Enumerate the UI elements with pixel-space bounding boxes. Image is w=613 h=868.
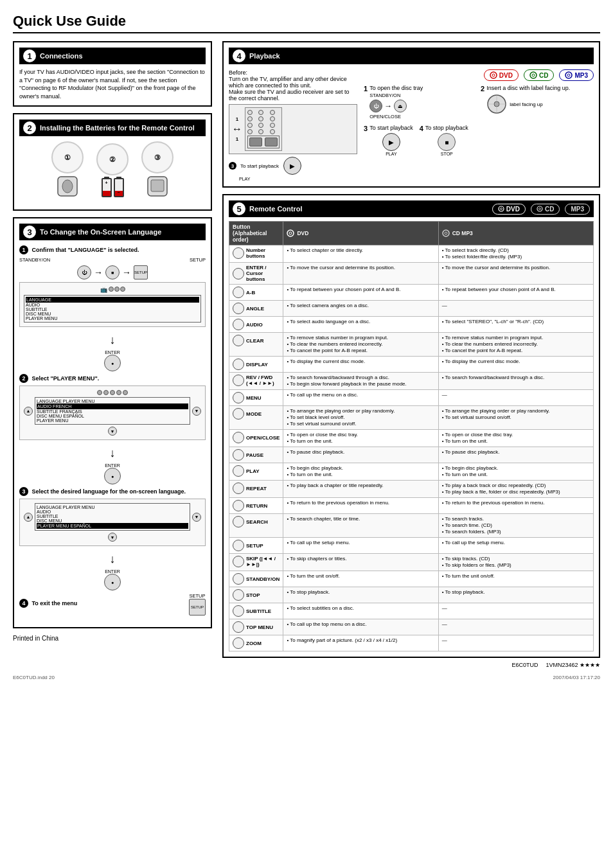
svg-point-16 xyxy=(537,206,542,211)
svg-point-15 xyxy=(500,208,502,210)
remote-dvd-cell: • To select camera angles on a disc. xyxy=(283,301,438,317)
enter-btn-2: ENTER ● xyxy=(19,461,206,484)
cd-disc-icon xyxy=(529,71,537,79)
dvd-disc-icon xyxy=(490,71,497,79)
remote-dvd-cell: • To call up the setup menu. xyxy=(283,538,438,554)
remote-btn-cell: DISPLAY xyxy=(229,357,283,373)
remote-table-row: ANGLE• To select camera angles on a disc… xyxy=(229,301,594,317)
remote-table-row: SEARCH• To search chapter, title or time… xyxy=(229,514,594,538)
remote-dvd-cell: • To arrange the playing order or play r… xyxy=(283,406,438,430)
printed-in-china: Printed in China xyxy=(13,635,212,642)
playback-content: Before: Turn on the TV, amplifier and an… xyxy=(229,69,594,181)
remote-dvd-cell: • To stop playback. xyxy=(283,587,438,603)
step-2-circle: 2 xyxy=(19,374,28,383)
remote-dvd-cell: • To select subtitles on a disc. xyxy=(283,603,438,619)
remote-table-row: STANDBY/ON• To turn the unit on/off.• To… xyxy=(229,571,594,587)
remote-dvd-cell: • To repeat between your chosen point of… xyxy=(283,285,438,301)
remote-table-row: REV / FWD (◄◄ / ►►)• To search forward/b… xyxy=(229,373,594,390)
remote-btn-cell: RETURN xyxy=(229,498,283,514)
remote-dvd-cell: • To select audio language on a disc. xyxy=(283,317,438,333)
arrow-2: → xyxy=(122,267,131,278)
date-info: 2007/04/03 17:17:20 xyxy=(553,675,600,680)
remote-btn-cell: PLAY xyxy=(229,463,283,481)
cd-badge: CD xyxy=(524,69,554,81)
remote-cd-cell: • To skip tracks. (CD)• To skip folders … xyxy=(438,554,593,571)
remote-dvd-cell: • To select chapter or title directly. xyxy=(283,245,438,263)
play-btn-main[interactable]: ▶ xyxy=(382,133,400,151)
remote-table-row: RETURN• To return to the previous operat… xyxy=(229,498,594,514)
remote-btn-cell: PAUSE xyxy=(229,447,283,463)
step-3-text: Select the desired language for the on-s… xyxy=(32,488,186,495)
remote-cd-cell: • To arrange the playing order or play r… xyxy=(438,406,593,430)
batteries-section: 2 Installing the Batteries for the Remot… xyxy=(13,113,212,211)
batteries-illustration: ① ② xyxy=(19,141,206,199)
standby-btn-pb[interactable]: ⏻ xyxy=(369,100,382,112)
standby-on-label: STANDBY/ON xyxy=(369,93,423,98)
play-label: PLAY xyxy=(386,152,396,156)
remote-table-row: SKIP (|◄◄ / ►►|)• To skip chapters or ti… xyxy=(229,554,594,571)
svg-point-8 xyxy=(565,72,572,78)
remote-num: 5 xyxy=(233,202,245,215)
remote-btn-cell: CLEAR xyxy=(229,333,283,357)
remote-dvd-cell: • To turn the unit on/off. xyxy=(283,571,438,587)
step-2-text: Select "PLAYER MENU". xyxy=(32,375,100,382)
remote-btn-cell: SKIP (|◄◄ / ►►|) xyxy=(229,554,283,571)
remote-dvd-cell: • To search forward/backward through a d… xyxy=(283,373,438,390)
th-dvd-icon xyxy=(287,229,294,237)
enter-btn-3: ENTER ● xyxy=(19,567,206,590)
pb-step-numbers: 3 To start playback ▶ PLAY xyxy=(229,157,357,181)
remote-table-row: TOP MENU• To call up the top menu on a d… xyxy=(229,619,594,635)
tv-icon-grid-1: 📺 LANGUAGE AUDIO SUBTITLE DISC MENU PLAY… xyxy=(19,282,206,327)
remote-title: Remote Control xyxy=(249,205,303,213)
battery-item-3: ③ xyxy=(141,141,173,199)
before-text: Before: Turn on the TV, amplifier and an… xyxy=(229,69,357,102)
pb-step-4-text: To stop playback xyxy=(425,125,468,131)
remote-btn-cell: ENTER / Cursor buttons xyxy=(229,263,283,285)
playback-section: 4 Playback Before: Turn on the TV, ampli… xyxy=(222,41,600,188)
pb-step-2: 2 Insert a disc with label facing up. xyxy=(481,85,594,120)
setup-btn-1: SETUP xyxy=(134,265,148,279)
remote-btn-cell: STOP xyxy=(229,587,283,603)
batteries-title: Installing the Batteries for the Remote … xyxy=(40,124,195,132)
svg-point-1 xyxy=(62,180,73,193)
remote-dvd-cell: • To return to the previous operation in… xyxy=(283,498,438,514)
battery-item-2: ② + − xyxy=(96,143,129,197)
pb-num-1: 1 xyxy=(364,85,368,93)
battery-circle-1: ① xyxy=(51,141,84,173)
remote-btn-cell: A-B xyxy=(229,285,283,301)
remote-cd-cell: • To stop playback. xyxy=(438,587,593,603)
remote-table-row: MODE• To arrange the playing order or pl… xyxy=(229,406,594,430)
svg-point-18 xyxy=(287,230,294,236)
mp3-badge: MP3 xyxy=(559,69,594,81)
remote-btn-cell: ANGLE xyxy=(229,301,283,317)
remote-btn-cell: ZOOM xyxy=(229,635,283,651)
remote-table-wrapper: Button (Alphabetical order) DVD xyxy=(229,221,594,651)
remote-section: 5 Remote Control DVD CD MP3 xyxy=(222,194,600,658)
remote-media-badges: DVD CD MP3 xyxy=(492,204,590,215)
remote-cd-cell: • To remove status number in program inp… xyxy=(438,333,593,357)
setup-label-1: SETUP xyxy=(190,257,206,263)
eject-btn-pb[interactable]: ⏏ xyxy=(394,100,407,112)
setup-label-4: SETUP xyxy=(189,593,205,599)
remote-closed-svg xyxy=(141,173,173,199)
remote-table-row: STOP• To stop playback.• To stop playbac… xyxy=(229,587,594,603)
remote-cd-cell: • To search tracks.• To search time. (CD… xyxy=(438,514,593,538)
remote-table-row: SETUP• To call up the setup menu.• To ca… xyxy=(229,538,594,554)
remote-cd-cell: • To select track directly. (CD)• To sel… xyxy=(438,245,593,263)
batteries-num: 2 xyxy=(23,121,36,134)
col-dvd: DVD xyxy=(283,222,438,245)
remote-table-row: PLAY• To begin disc playback.• To turn o… xyxy=(229,463,594,481)
remote-header: 5 Remote Control DVD CD MP3 xyxy=(229,200,594,217)
remote-table-row: ZOOM• To magnify part of a picture. (x2 … xyxy=(229,635,594,651)
batteries-header: 2 Installing the Batteries for the Remot… xyxy=(19,120,206,136)
remote-dvd-cell: • To pause disc playback. xyxy=(283,447,438,463)
connections-section: 1 Connections If your TV has AUDIO/VIDEO… xyxy=(13,41,212,107)
stop-btn-main[interactable]: ■ xyxy=(438,133,456,151)
pb-step-2-text: Insert a disc with label facing up. xyxy=(486,85,570,91)
play-btn[interactable]: ▶ xyxy=(283,157,301,175)
arrow-pb-1: → xyxy=(384,102,392,111)
step-1-circle: 1 xyxy=(19,245,28,254)
remote-dvd-cell: • To begin disc playback.• To turn on th… xyxy=(283,463,438,481)
language-title: To Change the On-Screen Language xyxy=(40,228,161,236)
remote-table-row: ENTER / Cursor buttons• To move the curs… xyxy=(229,263,594,285)
